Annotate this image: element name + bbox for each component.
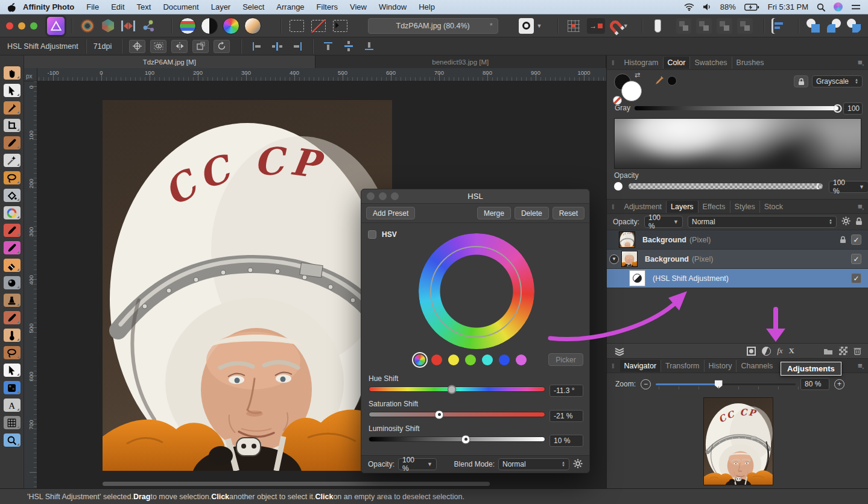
- arrange-back-one-button[interactable]: [696, 18, 712, 34]
- quick-mask-icon[interactable]: [332, 17, 349, 34]
- document-tab[interactable]: benedict93.jpg [M]: [315, 55, 607, 68]
- hue-wheel[interactable]: [419, 233, 534, 349]
- photo-cosmonaut[interactable]: CC CP: [103, 100, 392, 471]
- layers-gear-icon[interactable]: [841, 216, 851, 227]
- color-picker-icon[interactable]: [654, 75, 665, 87]
- pixel-tool[interactable]: [4, 381, 21, 394]
- navigator-thumbnail[interactable]: [704, 398, 773, 485]
- magentas-channel-swatch[interactable]: [516, 354, 527, 365]
- zoom-value[interactable]: 80 %: [800, 378, 829, 390]
- layers-panel-tab[interactable]: Effects: [698, 201, 730, 213]
- layer-options-icon[interactable]: [614, 346, 625, 356]
- hsv-checkbox[interactable]: [368, 230, 376, 239]
- layer-effects-icon[interactable]: fx: [777, 346, 782, 356]
- dialog-gear-icon[interactable]: [573, 459, 583, 470]
- saturation-shift-value[interactable]: -21 %: [550, 410, 583, 422]
- hide-selection-icon[interactable]: [150, 40, 166, 53]
- color-lock-button[interactable]: [794, 75, 808, 87]
- gray-slider-handle[interactable]: [834, 104, 842, 113]
- menu-clock[interactable]: Fri 5:31 PM: [768, 2, 808, 11]
- layer-lock-icon[interactable]: [840, 236, 846, 244]
- greens-channel-swatch[interactable]: [465, 354, 476, 365]
- liquify-persona-icon[interactable]: [100, 18, 116, 34]
- color-panel-tab[interactable]: Brushes: [732, 57, 768, 69]
- smudge-brush-tool[interactable]: [4, 346, 21, 359]
- menu-item[interactable]: Filters: [311, 2, 344, 11]
- layer-row-background[interactable]: ▼ Background (Pixel) ✓: [607, 250, 868, 269]
- color-picker-tool[interactable]: [4, 101, 21, 115]
- layer-expand-icon[interactable]: ▼: [609, 254, 619, 264]
- new-layer-icon[interactable]: [839, 347, 847, 355]
- color-panel-tab[interactable]: Swatches: [689, 57, 731, 69]
- inpainting-brush-tool[interactable]: [4, 136, 21, 150]
- horizontal-ruler[interactable]: -10001002003004005006007008009001000: [37, 68, 606, 81]
- wifi-icon[interactable]: [684, 3, 694, 11]
- delete-layer-icon[interactable]: [854, 347, 861, 355]
- align-bottom-button[interactable]: [361, 40, 377, 53]
- saturation-shift-slider[interactable]: [369, 412, 545, 417]
- zoom-slider[interactable]: [656, 383, 796, 385]
- erase-brush-tool[interactable]: [4, 259, 21, 272]
- export-persona-icon[interactable]: [141, 18, 157, 34]
- text-tool[interactable]: [4, 398, 21, 412]
- deselect-icon[interactable]: [310, 17, 327, 34]
- color-well[interactable]: ⇄: [614, 74, 650, 102]
- layers-opacity-dropdown[interactable]: 100 %▼: [644, 216, 683, 228]
- transform-cycle-icon[interactable]: [192, 40, 209, 53]
- menu-item[interactable]: Select: [236, 2, 270, 11]
- align-top-button[interactable]: [320, 40, 336, 53]
- dialog-window-buttons[interactable]: [367, 192, 399, 200]
- layers-panel-tab[interactable]: Stock: [759, 201, 787, 213]
- paint-brush-tool[interactable]: [4, 224, 21, 237]
- menu-app-name[interactable]: Affinity Photo: [23, 2, 74, 11]
- add-preset-button[interactable]: Add Preset: [366, 207, 415, 219]
- menu-item[interactable]: Document: [157, 2, 204, 11]
- pixel-grid-toggle[interactable]: [565, 17, 582, 34]
- document-title-field[interactable]: TdzP6AM.jpg (80.4%) *: [368, 18, 498, 34]
- blur-brush-tool[interactable]: [4, 329, 21, 342]
- crop-tool[interactable]: [4, 119, 21, 132]
- arrange-back-button[interactable]: [676, 18, 692, 34]
- horizontal-scrollbar[interactable]: [103, 482, 490, 486]
- reset-button[interactable]: Reset: [553, 207, 584, 219]
- spotlight-search-icon[interactable]: [817, 3, 825, 11]
- mask-layer-icon[interactable]: [747, 347, 756, 356]
- flip-horizontal-icon[interactable]: [171, 40, 188, 53]
- volume-icon[interactable]: [703, 3, 712, 11]
- window-close-button[interactable]: [6, 22, 13, 30]
- navigator-panel-tab[interactable]: Navigator: [620, 360, 661, 372]
- dodge-brush-tool[interactable]: [4, 276, 21, 289]
- brush-shape-button[interactable]: ▼: [519, 17, 542, 34]
- layers-panel-tab[interactable]: Layers: [666, 201, 698, 213]
- layer-visibility-checkbox[interactable]: ✓: [851, 254, 861, 264]
- mesh-warp-tool[interactable]: [4, 416, 21, 429]
- layers-panel-tab[interactable]: Adjustment: [620, 201, 667, 213]
- document-tab[interactable]: TdzP6AM.jpg [M]: [24, 55, 315, 68]
- apple-menu-icon[interactable]: [7, 2, 16, 12]
- gray-slider[interactable]: [635, 106, 838, 110]
- flood-fill-tool[interactable]: [4, 189, 21, 202]
- layers-blend-mode-dropdown[interactable]: Normal▲▼: [688, 216, 837, 228]
- delete-button[interactable]: Delete: [515, 207, 549, 219]
- menu-item[interactable]: View: [344, 2, 373, 11]
- zoom-in-button[interactable]: +: [834, 379, 844, 389]
- adjustment-layer-icon[interactable]: [762, 347, 771, 356]
- color-mode-dropdown[interactable]: Grayscale▲▼: [812, 75, 863, 87]
- align-middle-button[interactable]: [341, 40, 356, 53]
- undo-brush-tool[interactable]: [4, 311, 21, 324]
- flood-select-tool[interactable]: [4, 171, 21, 184]
- notification-center-icon[interactable]: [851, 4, 861, 11]
- blackwhite-adjustment-icon[interactable]: [201, 17, 218, 34]
- move-by-whole-pixels-toggle[interactable]: →: [587, 18, 605, 34]
- luminosity-shift-slider[interactable]: [369, 436, 545, 442]
- menu-item[interactable]: Text: [131, 2, 157, 11]
- picker-button[interactable]: Picker: [548, 353, 583, 366]
- opacity-slider-handle[interactable]: [817, 183, 823, 189]
- arrange-forward-one-button[interactable]: [717, 18, 732, 34]
- layer-row-hsl-adjustment[interactable]: (HSL Shift Adjustment) ✓: [607, 269, 868, 288]
- dialog-opacity-dropdown[interactable]: 100 %▼: [398, 458, 437, 470]
- hue-shift-slider[interactable]: [369, 386, 545, 392]
- swap-colors-icon[interactable]: ⇄: [635, 71, 640, 79]
- rotate-icon[interactable]: [214, 40, 230, 53]
- layer-thumbnail[interactable]: [619, 232, 635, 248]
